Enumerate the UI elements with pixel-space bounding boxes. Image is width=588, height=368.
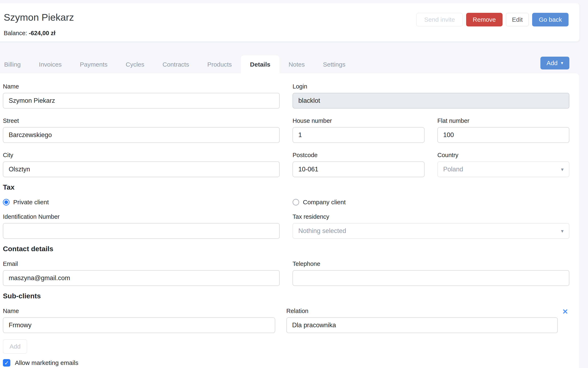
remove-button[interactable]: Remove bbox=[466, 13, 503, 27]
send-invite-button[interactable]: Send invite bbox=[416, 13, 463, 27]
country-label: Country bbox=[437, 152, 569, 159]
page-title: Szymon Piekarz bbox=[4, 12, 74, 23]
allow-marketing-checkbox[interactable]: ✓ bbox=[3, 359, 10, 367]
sub-client-relation-input[interactable] bbox=[286, 317, 558, 333]
radio-icon bbox=[293, 199, 299, 205]
telephone-label: Telephone bbox=[293, 260, 569, 267]
street-label: Street bbox=[3, 117, 280, 124]
tab-notes[interactable]: Notes bbox=[280, 55, 314, 74]
tab-products[interactable]: Products bbox=[198, 55, 241, 74]
sub-clients-heading: Sub-clients bbox=[3, 292, 569, 300]
city-input[interactable] bbox=[3, 161, 280, 177]
telephone-input[interactable] bbox=[293, 270, 569, 286]
add-dropdown-label: Add bbox=[547, 60, 558, 67]
country-selected-value: Poland bbox=[443, 166, 463, 173]
house-number-input[interactable] bbox=[293, 127, 425, 143]
city-label: City bbox=[3, 152, 280, 159]
flat-number-label: Flat number bbox=[437, 117, 569, 124]
flat-number-input[interactable] bbox=[437, 127, 569, 143]
add-sub-client-button[interactable]: Add bbox=[3, 339, 27, 354]
client-type-radio-group: Private client Company client bbox=[3, 199, 569, 206]
login-label: Login bbox=[293, 83, 569, 90]
email-input[interactable] bbox=[3, 270, 280, 286]
balance-label: Balance: bbox=[4, 30, 27, 37]
company-client-label: Company client bbox=[303, 199, 346, 206]
street-input[interactable] bbox=[3, 127, 280, 143]
add-dropdown-button[interactable]: Add ▾ bbox=[541, 57, 569, 69]
tab-settings[interactable]: Settings bbox=[314, 55, 354, 74]
balance-line: Balance: -624,00 zł bbox=[4, 30, 56, 37]
tab-billing[interactable]: Billing bbox=[0, 55, 30, 74]
chevron-down-icon: ▾ bbox=[561, 60, 563, 66]
private-client-radio[interactable]: Private client bbox=[3, 199, 293, 206]
sub-client-name-input[interactable] bbox=[3, 317, 275, 333]
tab-cycles[interactable]: Cycles bbox=[117, 55, 153, 74]
header-actions: Send invite Remove Edit Go back bbox=[416, 13, 569, 27]
postcode-label: Postcode bbox=[293, 152, 425, 159]
remove-sub-client-icon[interactable]: ✕ bbox=[561, 308, 569, 315]
tab-invoices[interactable]: Invoices bbox=[30, 55, 71, 74]
tax-section-heading: Tax bbox=[3, 183, 569, 191]
edit-button[interactable]: Edit bbox=[506, 13, 529, 27]
company-client-radio[interactable]: Company client bbox=[293, 199, 346, 206]
chevron-down-icon: ▾ bbox=[561, 228, 564, 234]
tax-residency-selected-value: Nothing selected bbox=[298, 227, 346, 235]
marketing-emails-row: ✓ Allow marketing emails bbox=[3, 359, 569, 367]
details-panel: Name Login Street House number Flat numb… bbox=[0, 74, 579, 368]
tax-residency-select[interactable]: Nothing selected ▾ bbox=[293, 223, 569, 239]
contact-details-heading: Contact details bbox=[3, 245, 569, 253]
house-number-label: House number bbox=[293, 117, 425, 124]
sub-client-row: Name Relation ✕ bbox=[3, 307, 569, 333]
name-input[interactable] bbox=[3, 93, 280, 109]
chevron-down-icon: ▾ bbox=[561, 166, 564, 172]
tab-contracts[interactable]: Contracts bbox=[153, 55, 198, 74]
client-header-card: Szymon Piekarz Balance: -624,00 zł Send … bbox=[0, 3, 579, 41]
tab-details[interactable]: Details bbox=[241, 55, 279, 74]
postcode-input[interactable] bbox=[293, 161, 425, 177]
identification-number-label: Identification Number bbox=[3, 213, 280, 220]
sub-client-name-label: Name bbox=[3, 307, 275, 314]
private-client-label: Private client bbox=[13, 199, 49, 206]
identification-number-input[interactable] bbox=[3, 223, 280, 239]
country-select[interactable]: Poland ▾ bbox=[437, 161, 569, 177]
sub-client-relation-label: Relation bbox=[286, 307, 558, 314]
tab-bar: Billing Invoices Payments Cycles Contrac… bbox=[0, 55, 579, 74]
tax-residency-label: Tax residency bbox=[293, 213, 569, 220]
email-label: Email bbox=[3, 260, 280, 267]
login-input bbox=[293, 93, 569, 109]
radio-icon bbox=[3, 199, 9, 205]
go-back-button[interactable]: Go back bbox=[532, 13, 569, 27]
name-label: Name bbox=[3, 83, 280, 90]
check-icon: ✓ bbox=[4, 360, 9, 366]
tab-payments[interactable]: Payments bbox=[71, 55, 116, 74]
balance-value: -624,00 zł bbox=[29, 30, 56, 37]
allow-marketing-label: Allow marketing emails bbox=[15, 359, 78, 366]
